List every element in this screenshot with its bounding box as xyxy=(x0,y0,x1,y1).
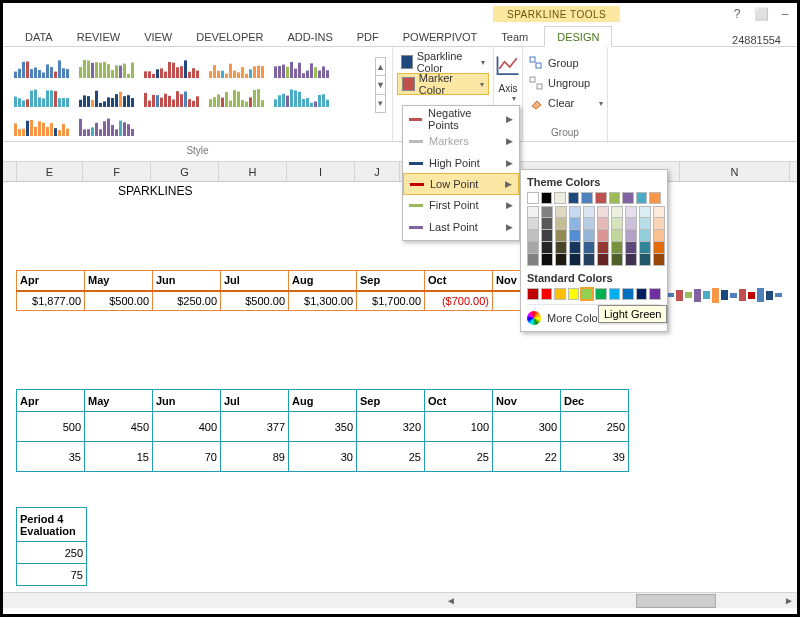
color-swatch[interactable] xyxy=(541,242,553,254)
tab-team[interactable]: Team xyxy=(489,27,540,46)
color-swatch[interactable] xyxy=(555,206,567,218)
color-swatch[interactable] xyxy=(611,242,623,254)
ribbon-display-icon[interactable]: ⬜ xyxy=(749,7,773,21)
color-swatch[interactable] xyxy=(595,192,607,204)
sparkline-style-thumb[interactable] xyxy=(11,55,73,81)
sparkline-style-thumb[interactable] xyxy=(271,84,333,110)
color-swatch[interactable] xyxy=(653,218,665,230)
sparkline-style-thumb[interactable] xyxy=(271,55,333,81)
sparkline-style-thumb[interactable] xyxy=(141,84,203,110)
color-swatch[interactable] xyxy=(555,218,567,230)
gallery-down-icon[interactable]: ▼ xyxy=(376,76,385,94)
color-swatch[interactable] xyxy=(609,192,621,204)
color-swatch[interactable] xyxy=(583,218,595,230)
sparkline-style-thumb[interactable] xyxy=(76,55,138,81)
color-swatch[interactable] xyxy=(609,288,621,300)
menu-negative-points[interactable]: Negative Points▶ xyxy=(403,108,519,130)
color-swatch[interactable] xyxy=(555,230,567,242)
color-swatch[interactable] xyxy=(649,192,661,204)
menu-low-point[interactable]: Low Point▶ xyxy=(403,173,519,195)
color-swatch[interactable] xyxy=(625,218,637,230)
tab-data[interactable]: DATA xyxy=(13,27,65,46)
chevron-down-icon[interactable]: ▾ xyxy=(512,94,516,103)
color-swatch[interactable] xyxy=(541,254,553,266)
color-swatch[interactable] xyxy=(555,242,567,254)
color-swatch[interactable] xyxy=(568,288,580,300)
axis-icon[interactable] xyxy=(494,53,522,81)
color-swatch[interactable] xyxy=(527,218,539,230)
color-swatch[interactable] xyxy=(581,192,593,204)
ungroup-button[interactable]: Ungroup xyxy=(527,73,603,93)
tab-review[interactable]: REVIEW xyxy=(65,27,132,46)
color-swatch[interactable] xyxy=(527,192,539,204)
color-swatch[interactable] xyxy=(611,206,623,218)
col-G[interactable]: G xyxy=(151,162,219,181)
color-swatch[interactable] xyxy=(611,230,623,242)
color-swatch[interactable] xyxy=(653,242,665,254)
color-swatch[interactable] xyxy=(595,288,607,300)
minimize-icon[interactable]: – xyxy=(773,7,797,21)
scroll-thumb[interactable] xyxy=(636,594,716,608)
tab-powerpivot[interactable]: POWERPIVOT xyxy=(391,27,490,46)
color-swatch[interactable] xyxy=(625,230,637,242)
menu-last-point[interactable]: Last Point▶ xyxy=(403,216,519,238)
horizontal-scrollbar[interactable]: ◄ ► xyxy=(3,592,797,608)
color-swatch[interactable] xyxy=(541,218,553,230)
sparkline-style-gallery[interactable] xyxy=(9,51,373,143)
color-swatch[interactable] xyxy=(583,242,595,254)
menu-first-point[interactable]: First Point▶ xyxy=(403,194,519,216)
color-swatch[interactable] xyxy=(639,218,651,230)
color-swatch[interactable] xyxy=(527,242,539,254)
color-swatch[interactable] xyxy=(555,254,567,266)
sparkline-color-button[interactable]: Sparkline Color ▾ xyxy=(397,51,489,73)
color-swatch[interactable] xyxy=(568,192,580,204)
color-swatch[interactable] xyxy=(653,230,665,242)
sparkline-style-thumb[interactable] xyxy=(141,55,203,81)
sparkline-style-thumb[interactable] xyxy=(11,113,73,139)
scroll-track[interactable] xyxy=(459,594,781,608)
color-swatch[interactable] xyxy=(554,288,566,300)
color-swatch[interactable] xyxy=(569,206,581,218)
color-swatch[interactable] xyxy=(625,242,637,254)
color-swatch[interactable] xyxy=(653,254,665,266)
col-N[interactable]: N xyxy=(680,162,790,181)
sparkline-style-thumb[interactable] xyxy=(206,84,268,110)
sparkline-style-thumb[interactable] xyxy=(76,84,138,110)
tab-view[interactable]: VIEW xyxy=(132,27,184,46)
color-swatch[interactable] xyxy=(636,192,648,204)
color-swatch[interactable] xyxy=(583,230,595,242)
tab-developer[interactable]: DEVELOPER xyxy=(184,27,275,46)
color-swatch[interactable] xyxy=(639,206,651,218)
color-swatch[interactable] xyxy=(597,254,609,266)
color-swatch[interactable] xyxy=(597,206,609,218)
color-swatch[interactable] xyxy=(527,230,539,242)
color-swatch[interactable] xyxy=(569,254,581,266)
color-swatch[interactable] xyxy=(597,218,609,230)
color-swatch[interactable] xyxy=(581,288,593,300)
color-swatch[interactable] xyxy=(583,254,595,266)
color-swatch[interactable] xyxy=(541,230,553,242)
color-swatch[interactable] xyxy=(639,242,651,254)
tab-pdf[interactable]: PDF xyxy=(345,27,391,46)
color-swatch[interactable] xyxy=(622,192,634,204)
menu-high-point[interactable]: High Point▶ xyxy=(403,152,519,174)
color-swatch[interactable] xyxy=(639,254,651,266)
clear-button[interactable]: Clear ▾ xyxy=(527,93,603,113)
sparkline-style-thumb[interactable] xyxy=(76,113,138,139)
color-swatch[interactable] xyxy=(554,192,566,204)
column-headers[interactable]: E F G H I J N xyxy=(3,162,797,182)
col-E[interactable]: E xyxy=(17,162,83,181)
scroll-right-icon[interactable]: ► xyxy=(781,595,797,606)
color-swatch[interactable] xyxy=(625,254,637,266)
color-swatch[interactable] xyxy=(527,288,539,300)
gallery-up-icon[interactable]: ▲ xyxy=(376,58,385,76)
color-swatch[interactable] xyxy=(597,242,609,254)
color-swatch[interactable] xyxy=(541,206,553,218)
sparkline-style-thumb[interactable] xyxy=(11,84,73,110)
color-swatch[interactable] xyxy=(653,206,665,218)
tab-design[interactable]: DESIGN xyxy=(544,26,612,47)
color-swatch[interactable] xyxy=(527,206,539,218)
color-swatch[interactable] xyxy=(583,206,595,218)
color-swatch[interactable] xyxy=(639,230,651,242)
col-J[interactable]: J xyxy=(355,162,400,181)
